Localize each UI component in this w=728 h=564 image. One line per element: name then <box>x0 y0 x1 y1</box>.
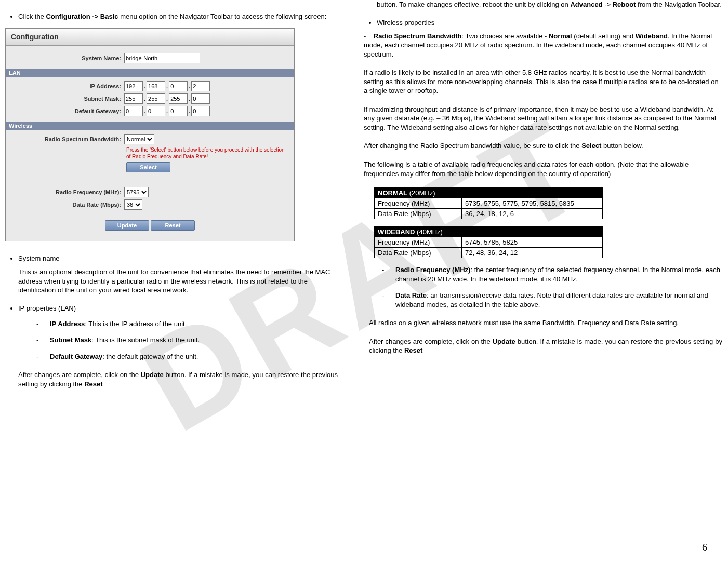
left-column: Click the Configuration -> Basic menu op… <box>5 0 338 398</box>
ip-oct-2[interactable] <box>147 81 165 91</box>
gw-oct-2[interactable] <box>147 106 165 116</box>
radio-frequency-item: Radio Frequency (MHz): the center freque… <box>382 265 722 284</box>
configuration-panel: Configuration System Name: LAN IP Addres… <box>5 28 295 241</box>
ip-address-label: IP Address: <box>12 83 121 89</box>
radio-frequency-select[interactable]: 5795 <box>124 187 149 197</box>
update-button[interactable]: Update <box>105 220 149 231</box>
sm-oct-1[interactable] <box>124 93 143 104</box>
system-name-label: System Name: <box>12 55 121 61</box>
intro-post: menu option on the Navigator Toolbar to … <box>118 12 327 20</box>
sm-oct-4[interactable] <box>191 93 210 104</box>
page-number: 6 <box>702 542 707 554</box>
gw-oct-3[interactable] <box>169 106 188 116</box>
subnet-mask-item: Subnet Mask: This is the subnet mask of … <box>36 335 338 345</box>
ip-properties-bullet: IP properties (LAN) IP Address: This is … <box>18 304 338 389</box>
system-name-heading: System name <box>18 254 59 262</box>
sm-oct-3[interactable] <box>169 93 188 104</box>
system-name-text: This is an optional description of the u… <box>18 267 338 295</box>
bandwidth-select[interactable]: Normal <box>124 134 154 144</box>
rsb-p4: After changing the Radio Spectrum bandwi… <box>364 141 722 151</box>
ip-properties-heading: IP properties (LAN) <box>18 304 76 312</box>
wideband-table: WIDEBAND (40MHz) Frequency (MHz)5745, 57… <box>374 226 603 258</box>
rsb-p3: If maximizing throughput and distance is… <box>364 105 722 132</box>
bandwidth-warning: Press the 'Select' button below before y… <box>126 146 288 160</box>
page: DRAFT Click the Configuration -> Basic m… <box>0 0 728 564</box>
intro-bold: Configuration -> Basic <box>46 12 118 20</box>
select-button[interactable]: Select <box>126 162 170 172</box>
radio-frequency-label: Radio Frequency (MHz): <box>12 189 121 195</box>
config-title: Configuration <box>6 29 294 46</box>
data-rate-item: Data Rate: air transmission/receive data… <box>382 291 722 309</box>
sm-oct-2[interactable] <box>147 93 165 104</box>
data-rate-label: Data Rate (Mbps): <box>12 202 121 208</box>
system-name-bullet: System name This is an optional descript… <box>18 254 338 295</box>
default-gateway-label: Default Gateway: <box>12 108 121 114</box>
gw-oct-4[interactable] <box>191 106 210 116</box>
normal-table: NORMAL (20MHz) Frequency (MHz)5735, 5755… <box>374 187 603 219</box>
right-column: button. To make changes effective, reboo… <box>359 0 722 365</box>
ip-oct-4[interactable] <box>191 81 210 91</box>
system-name-input[interactable] <box>124 53 200 63</box>
bandwidth-label: Radio Spectrum Bandwidth: <box>12 136 121 142</box>
rsb-p5: The following is a table of available ra… <box>364 160 722 178</box>
intro-bullet: Click the Configuration -> Basic menu op… <box>18 12 338 20</box>
after-changes-paragraph: After changes are complete, click on the… <box>18 370 338 388</box>
reset-button[interactable]: Reset <box>151 220 195 231</box>
ip-oct-3[interactable] <box>169 81 188 91</box>
rsb-paragraph: - Radio Spectrum Bandwidth: Two choices … <box>364 32 722 59</box>
gw-oct-1[interactable] <box>124 106 143 116</box>
wireless-properties-bullet: Wireless properties <box>377 19 722 26</box>
subnet-mask-label: Subnet Mask: <box>12 96 121 102</box>
ip-address-item: IP Address: This is the IP address of th… <box>36 319 338 329</box>
rsb-p2: If a radio is likely to be installed in … <box>364 68 722 96</box>
continuation-paragraph: button. To make changes effective, reboo… <box>377 0 722 9</box>
default-gateway-item: Default Gateway: the default gateway of … <box>36 352 338 361</box>
lan-section-header: LAN <box>6 69 294 77</box>
all-radios-paragraph: All radios on a given wireless network m… <box>369 318 722 328</box>
wireless-section-header: Wireless <box>6 122 294 130</box>
ip-oct-1[interactable] <box>124 81 143 91</box>
after-changes-paragraph-2: After changes are complete, click on the… <box>369 337 722 355</box>
intro-pre: Click the <box>18 12 46 20</box>
data-rate-select[interactable]: 36 <box>124 199 142 210</box>
